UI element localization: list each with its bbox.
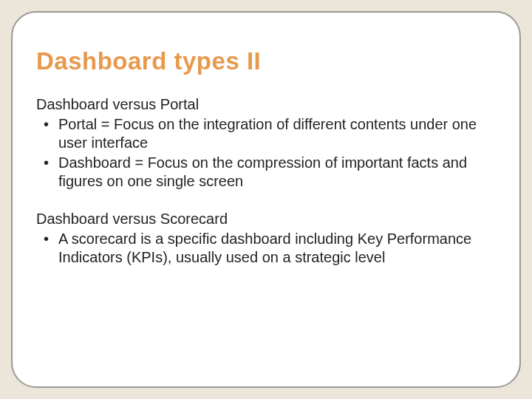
slide-content: Dashboard types II Dashboard versus Port… — [36, 48, 496, 286]
section-portal: Dashboard versus Portal Portal = Focus o… — [36, 95, 496, 191]
bullet-list: Portal = Focus on the integration of dif… — [36, 115, 496, 191]
list-item: Portal = Focus on the integration of dif… — [36, 115, 496, 152]
bullet-list: A scorecard is a specific dashboard incl… — [36, 230, 496, 267]
section-heading: Dashboard versus Portal — [36, 95, 496, 114]
section-heading: Dashboard versus Scorecard — [36, 210, 496, 228]
list-item: A scorecard is a specific dashboard incl… — [36, 230, 496, 267]
section-scorecard: Dashboard versus Scorecard A scorecard i… — [36, 210, 496, 267]
slide-frame: Dashboard types II Dashboard versus Port… — [11, 11, 521, 388]
list-item: Dashboard = Focus on the compression of … — [36, 154, 496, 191]
slide-title: Dashboard types II — [36, 48, 496, 75]
